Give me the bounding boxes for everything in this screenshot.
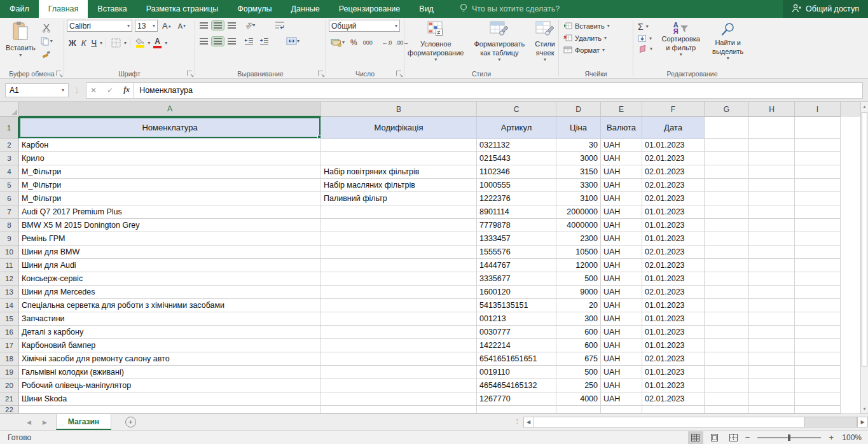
cell[interactable]: 0019110	[477, 366, 556, 379]
cell[interactable]	[705, 232, 749, 246]
borders-button[interactable]	[109, 37, 123, 49]
bottom-align-button[interactable]	[226, 21, 238, 30]
cell[interactable]	[795, 392, 841, 406]
cell[interactable]	[749, 246, 795, 259]
cell[interactable]	[321, 406, 477, 413]
cell[interactable]: 3100	[556, 192, 601, 205]
row-header-11[interactable]: 11	[0, 259, 19, 272]
cell[interactable]	[477, 406, 556, 413]
cell[interactable]	[705, 192, 749, 205]
select-all-button[interactable]	[0, 102, 19, 117]
cell[interactable]: UAH	[601, 246, 642, 259]
horizontal-scroll-thumb[interactable]	[534, 417, 804, 427]
row-header-1[interactable]: 1	[0, 117, 19, 139]
row-header-5[interactable]: 5	[0, 179, 19, 192]
accounting-format-button[interactable]: ▾	[329, 37, 347, 48]
header-cell[interactable]: Артикул	[477, 117, 556, 139]
align-right-button[interactable]	[226, 37, 238, 46]
tell-me-box[interactable]: Что вы хотите сделать?	[460, 0, 560, 18]
cell[interactable]	[795, 219, 841, 232]
cell[interactable]: UAH	[601, 312, 642, 326]
cell[interactable]: Ремінь ГРМ	[19, 232, 321, 246]
cell[interactable]	[705, 246, 749, 259]
cell[interactable]: UAH	[601, 392, 642, 406]
column-header-E[interactable]: E	[601, 102, 642, 117]
cell[interactable]: UAH	[601, 165, 642, 179]
cell[interactable]	[321, 139, 477, 152]
cell[interactable]	[795, 312, 841, 326]
row-header-20[interactable]: 20	[0, 379, 19, 392]
cell[interactable]	[749, 326, 795, 339]
comma-style-button[interactable]: 000	[361, 38, 375, 47]
cell[interactable]	[795, 232, 841, 246]
decrease-indent-button[interactable]	[242, 36, 256, 46]
cell[interactable]: М_Фільтри	[19, 179, 321, 192]
cell[interactable]	[321, 246, 477, 259]
cell[interactable]: UAH	[601, 259, 642, 272]
header-cell[interactable]: Валюта	[601, 117, 642, 139]
grow-font-button[interactable]: А▲	[160, 20, 174, 32]
cell[interactable]	[795, 139, 841, 152]
cell[interactable]	[749, 286, 795, 299]
cell[interactable]	[749, 205, 795, 219]
cell[interactable]	[705, 259, 749, 272]
cell[interactable]: 02.01.2023	[642, 192, 705, 205]
font-color-dropdown-arrow[interactable]: ▾	[165, 41, 167, 46]
cell[interactable]	[795, 152, 841, 165]
cell[interactable]	[705, 352, 749, 366]
cell[interactable]: 30	[556, 139, 601, 152]
cell[interactable]: 500	[556, 272, 601, 286]
ribbon-tab-вид[interactable]: Вид	[410, 0, 443, 18]
cell[interactable]: UAH	[601, 366, 642, 379]
cell[interactable]: 0030777	[477, 326, 556, 339]
cell[interactable]: 300	[556, 312, 601, 326]
cell[interactable]: 3150	[556, 165, 601, 179]
next-sheet-icon[interactable]: ▶	[43, 419, 47, 426]
number-format-select[interactable]: Общий ▾	[329, 20, 400, 32]
row-header-19[interactable]: 19	[0, 366, 19, 379]
ribbon-tab-вставка[interactable]: Вставка	[88, 0, 136, 18]
row-header-4[interactable]: 4	[0, 165, 19, 179]
zoom-slider-thumb[interactable]	[788, 434, 790, 441]
cell[interactable]	[705, 139, 749, 152]
increase-decimal-button[interactable]: ←.0	[381, 39, 393, 46]
underline-button[interactable]: Ч	[89, 37, 99, 49]
zoom-slider[interactable]	[757, 437, 821, 438]
cell[interactable]	[749, 139, 795, 152]
cell[interactable]: 10500	[556, 246, 601, 259]
cell[interactable]	[749, 406, 795, 413]
ribbon-tab-рецензирование[interactable]: Рецензирование	[329, 0, 410, 18]
cell[interactable]: 02.01.2023	[642, 179, 705, 192]
cell[interactable]: 02.01.2023	[642, 259, 705, 272]
cell[interactable]	[705, 165, 749, 179]
cell[interactable]	[749, 192, 795, 205]
zoom-level-label[interactable]: 100%	[837, 433, 862, 442]
cell[interactable]	[795, 117, 841, 139]
cell[interactable]	[705, 205, 749, 219]
cell[interactable]	[705, 299, 749, 312]
cell[interactable]: 02.01.2023	[642, 392, 705, 406]
cell[interactable]	[601, 406, 642, 413]
cell[interactable]: Гальмівні колодки (вживані)	[19, 366, 321, 379]
cell[interactable]	[321, 259, 477, 272]
cell[interactable]: 600	[556, 339, 601, 352]
font-name-select[interactable]: Calibri ▾	[67, 20, 132, 32]
format-painter-button[interactable]	[39, 49, 55, 60]
cell[interactable]	[705, 339, 749, 352]
conditional-formatting-button[interactable]: ≠ Условное форматирование ▾	[404, 20, 467, 68]
normal-view-button[interactable]	[688, 431, 703, 444]
copy-button[interactable]: ▾	[39, 36, 55, 47]
cell[interactable]: 7779878	[477, 219, 556, 232]
cut-button[interactable]	[39, 22, 55, 34]
cell[interactable]	[705, 379, 749, 392]
scroll-up-icon[interactable]: ▲	[861, 102, 868, 111]
row-header-14[interactable]: 14	[0, 299, 19, 312]
cell[interactable]	[705, 179, 749, 192]
cell[interactable]	[749, 219, 795, 232]
cell[interactable]	[19, 406, 321, 413]
cell[interactable]	[795, 299, 841, 312]
cell[interactable]: М_Фільтри	[19, 192, 321, 205]
header-cell[interactable]: Ціна	[556, 117, 601, 139]
formula-bar-splitter[interactable]: ⋮	[74, 87, 81, 94]
increase-indent-button[interactable]	[258, 36, 271, 46]
